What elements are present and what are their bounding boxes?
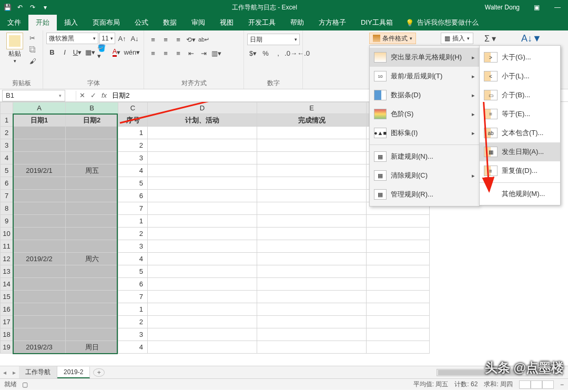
rule-less[interactable]: <小于(L)... — [480, 67, 560, 86]
font-color-button[interactable]: A▾ — [111, 46, 123, 58]
align-right-icon[interactable]: ≡ — [173, 47, 184, 59]
indent-dec-icon[interactable]: ⇤ — [185, 47, 197, 59]
formula-content[interactable]: 日期2 — [112, 91, 129, 100]
cf-highlight-rules[interactable]: 突出显示单元格规则(H)▸ — [370, 48, 479, 67]
titlebar: 💾 ↶ ↷ ▾ 工作导航与日志 - Excel Walter Dong ▣ — — [0, 0, 568, 15]
font-name[interactable]: 微软雅黑▾ — [46, 33, 98, 44]
conditional-format-icon — [373, 35, 380, 42]
conditional-format-menu: 突出显示单元格规则(H)▸ 10最前/最后规则(T)▸ 数据条(D)▸ 色阶(S… — [369, 45, 480, 207]
sheet-tab-bar: ◂ ▸ 工作导航 2019-2 + — [0, 366, 568, 378]
percent-icon[interactable]: % — [260, 47, 271, 59]
indent-inc-icon[interactable]: ⇥ — [198, 47, 209, 59]
inc-decimal-icon[interactable]: .0→ — [285, 47, 297, 59]
qat-more-icon[interactable]: ▾ — [40, 2, 50, 13]
tab-ffgz[interactable]: 方方格子 — [311, 15, 353, 30]
name-box[interactable]: B1▾ — [2, 90, 65, 101]
minimize-icon[interactable]: — — [547, 4, 568, 11]
rule-between[interactable]: ▭介于(B)... — [480, 86, 560, 105]
conditional-format-label: 条件格式 — [382, 34, 408, 43]
merge-button[interactable]: ▥▾ — [210, 47, 222, 59]
increase-font-icon[interactable]: A↑ — [116, 33, 128, 44]
dec-decimal-icon[interactable]: ←.0 — [298, 47, 309, 59]
cf-clear-rules[interactable]: ▦清除规则(C)▸ — [370, 166, 479, 185]
tab-review[interactable]: 审阅 — [184, 15, 212, 30]
currency-icon[interactable]: $▾ — [247, 47, 259, 59]
fill-color-button[interactable]: 🪣▾ — [97, 46, 110, 58]
conditional-format-button[interactable]: 条件格式▾ — [369, 33, 416, 44]
copy-icon[interactable]: ⿻ — [29, 45, 36, 55]
border-button[interactable]: ▦▾ — [84, 46, 96, 58]
align-left-icon[interactable]: ≡ — [147, 47, 159, 59]
status-count: 计数: 62 — [454, 380, 478, 389]
fx-icon[interactable]: fx — [102, 91, 107, 99]
bold-button[interactable]: B — [46, 46, 58, 58]
paste-label: 粘贴 — [8, 49, 21, 58]
macro-record-icon[interactable]: ▢ — [22, 381, 28, 388]
cancel-formula-icon[interactable]: ✕ — [79, 91, 85, 99]
align-center-icon[interactable]: ≡ — [160, 47, 171, 59]
phonetic-button[interactable]: wén▾ — [124, 46, 140, 58]
tab-home[interactable]: 开始 — [28, 15, 57, 30]
bulb-icon: 💡 — [405, 19, 414, 27]
tab-data[interactable]: 数据 — [156, 15, 184, 30]
undo-icon[interactable]: ↶ — [15, 2, 25, 13]
paste-button[interactable]: 粘贴 ▾ — [3, 33, 26, 64]
autosum-button[interactable]: Σ ▾ — [484, 33, 496, 44]
align-top-icon[interactable]: ≡ — [147, 34, 159, 45]
ribbon-display-icon[interactable]: ▣ — [526, 4, 547, 11]
orientation-icon[interactable]: ⟲▾ — [185, 34, 197, 45]
font-size[interactable]: 11▾ — [99, 33, 115, 44]
save-icon[interactable]: 💾 — [2, 2, 13, 13]
insert-icon: ▦ — [444, 35, 450, 42]
italic-button[interactable]: I — [59, 46, 70, 58]
format-painter-icon[interactable]: 🖌 — [29, 57, 36, 66]
view-buttons[interactable] — [519, 380, 554, 389]
cut-icon[interactable]: ✂ — [29, 34, 36, 43]
align-middle-icon[interactable]: ≡ — [160, 34, 171, 45]
tab-file[interactable]: 文件 — [0, 15, 28, 30]
rule-date[interactable]: ▦发生日期(A)... — [480, 142, 560, 161]
enter-formula-icon[interactable]: ✓ — [90, 91, 96, 99]
redo-icon[interactable]: ↷ — [27, 2, 38, 13]
cf-new-rule[interactable]: ▦新建规则(N)... — [370, 147, 479, 166]
tab-dev[interactable]: 开发工具 — [241, 15, 283, 30]
align-bottom-icon[interactable]: ≡ — [173, 34, 184, 45]
sheet-nav-prev-icon[interactable]: ◂ — [0, 369, 9, 376]
rule-greater[interactable]: >大于(G)... — [480, 48, 560, 67]
wrap-text-button[interactable]: ab↵ — [198, 34, 210, 45]
tell-me-text: 告诉我你想要做什么 — [417, 18, 479, 27]
cf-top-bottom[interactable]: 10最前/最后规则(T)▸ — [370, 67, 479, 86]
decrease-font-icon[interactable]: A↓ — [129, 33, 140, 44]
sheet-nav-next-icon[interactable]: ▸ — [9, 369, 19, 376]
rule-text-contains[interactable]: ab文本包含(T)... — [480, 123, 560, 142]
window-title: 工作导航与日志 - Excel — [50, 3, 479, 12]
tab-insert[interactable]: 插入 — [57, 15, 85, 30]
tab-layout[interactable]: 页面布局 — [85, 15, 127, 30]
user-name[interactable]: Walter Dong — [479, 4, 526, 11]
tell-me[interactable]: 💡 告诉我你想要做什么 — [405, 18, 479, 27]
cf-data-bars[interactable]: 数据条(D)▸ — [370, 86, 479, 105]
insert-cells-button[interactable]: ▦ 插入▾ — [441, 33, 473, 44]
cf-icon-sets[interactable]: ●▲■图标集(I)▸ — [370, 123, 479, 142]
cf-manage-rules[interactable]: ▦管理规则(R)... — [370, 185, 479, 204]
rule-duplicate[interactable]: ≡重复值(D)... — [480, 161, 560, 180]
tab-view[interactable]: 视图 — [212, 15, 241, 30]
sort-filter-button[interactable]: A↓▼ — [521, 33, 542, 44]
cf-color-scales[interactable]: 色阶(S)▸ — [370, 105, 479, 123]
underline-button[interactable]: U▾ — [72, 46, 83, 58]
tab-help[interactable]: 帮助 — [283, 15, 311, 30]
highlight-rules-submenu: >大于(G)... <小于(L)... ▭介于(B)... =等于(E)... … — [479, 45, 561, 205]
rule-more[interactable]: 其他规则(M)... — [480, 185, 560, 203]
rule-equal[interactable]: =等于(E)... — [480, 105, 560, 123]
sheet-tab-0[interactable]: 工作导航 — [19, 366, 57, 378]
comma-icon[interactable]: , — [272, 47, 284, 59]
tab-formulas[interactable]: 公式 — [127, 15, 156, 30]
add-sheet-button[interactable]: + — [93, 368, 105, 377]
tab-diy[interactable]: DIY工具箱 — [353, 15, 400, 30]
watermark: 头条 @点墨楼 — [485, 359, 564, 376]
sheet-tab-1[interactable]: 2019-2 — [57, 367, 90, 378]
zoom-out-icon[interactable]: − — [560, 381, 564, 388]
status-sum: 求和: 周四 — [484, 380, 513, 389]
group-clipboard: 粘贴 ▾ ✂ ⿻ 🖌 剪贴板 — [0, 30, 43, 89]
number-format[interactable]: 日期▾ — [247, 34, 300, 45]
